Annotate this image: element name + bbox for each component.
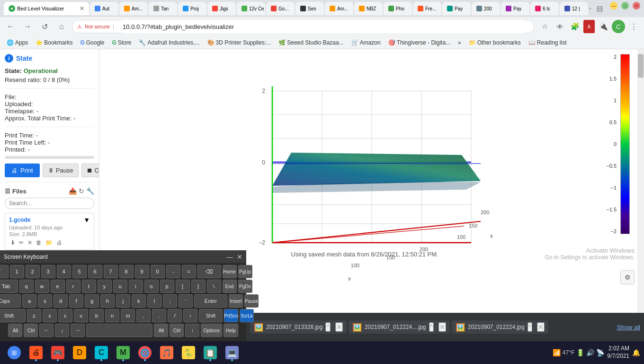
- network-icon[interactable]: 📶: [553, 349, 561, 356]
- maximize-button[interactable]: □: [621, 2, 629, 9]
- key-d[interactable]: d: [54, 294, 68, 308]
- chrome-tab-active[interactable]: ● Bed Level Visualizer ✕: [4, 2, 89, 15]
- key-q[interactable]: q: [19, 280, 34, 293]
- key-e[interactable]: e: [51, 280, 65, 293]
- key-r[interactable]: r: [66, 280, 80, 293]
- key-0[interactable]: 0: [151, 265, 165, 278]
- bookmark-reading-list[interactable]: 📖 Reading list: [526, 38, 570, 47]
- taskbar-app-8[interactable]: 🐍: [178, 343, 199, 362]
- key-left[interactable]: ←: [39, 324, 54, 337]
- forward-button[interactable]: →: [21, 20, 34, 33]
- key-minus[interactable]: -: [166, 265, 180, 278]
- bookmark-bookmarks[interactable]: ⭐ Bookmarks: [33, 38, 75, 47]
- key-semicolon[interactable]: ;: [163, 294, 177, 308]
- key-rctrl[interactable]: Ctrl: [170, 324, 184, 337]
- print-button[interactable]: 🖨 Print: [5, 164, 40, 177]
- keyboard-close-button[interactable]: ✕: [237, 253, 242, 261]
- key-v[interactable]: v: [74, 309, 88, 322]
- pause-button[interactable]: ⏸ Pause: [43, 164, 79, 177]
- key-lalt[interactable]: Alt: [8, 324, 22, 337]
- key-a[interactable]: a: [22, 294, 36, 308]
- key-2[interactable]: 2: [26, 265, 40, 278]
- key-down[interactable]: ↓: [55, 324, 69, 337]
- tab-13[interactable]: Pay: [442, 2, 471, 15]
- download-expand-button-2[interactable]: ^: [429, 322, 434, 332]
- extension-puzzle-button[interactable]: 🧩: [568, 20, 581, 33]
- bookmark-thingiverse[interactable]: 🎯 Thingiverse - Digita...: [385, 38, 453, 47]
- tab-4[interactable]: Proj: [178, 2, 206, 15]
- address-input[interactable]: [117, 20, 529, 33]
- wifi-icon[interactable]: 📡: [596, 349, 604, 356]
- key-o[interactable]: o: [144, 280, 159, 293]
- key-5[interactable]: 5: [72, 265, 87, 278]
- file1-download-button[interactable]: ⬇: [9, 239, 17, 246]
- key-help[interactable]: Help: [224, 324, 238, 337]
- key-lshift[interactable]: Shift: [0, 309, 26, 322]
- taskbar-app-10[interactable]: 💻: [222, 343, 242, 362]
- key-pause[interactable]: Pause: [244, 294, 259, 308]
- download-close-button-3[interactable]: ✕: [537, 322, 545, 332]
- search-input[interactable]: [5, 198, 94, 209]
- key-8[interactable]: 8: [119, 265, 134, 278]
- tab-10[interactable]: NBZ: [354, 2, 383, 15]
- bookmark-3dprinter[interactable]: 🎨 3D Printer Supplies:...: [205, 38, 274, 47]
- new-tab-button[interactable]: +: [589, 3, 591, 14]
- file1-trash-button[interactable]: 🗑: [35, 239, 43, 246]
- tab-9[interactable]: Am...: [325, 2, 353, 15]
- tab-17[interactable]: 12 |: [560, 2, 588, 15]
- key-slash[interactable]: /: [168, 309, 182, 322]
- key-space[interactable]: [86, 324, 152, 337]
- key-scrlk[interactable]: ScrLk: [240, 309, 254, 322]
- key-u[interactable]: u: [113, 280, 127, 293]
- key-x[interactable]: x: [43, 309, 57, 322]
- key-pgup[interactable]: PgUp: [238, 265, 252, 278]
- menu-button[interactable]: ⋮: [627, 20, 640, 33]
- file1-print-button[interactable]: 🖨: [55, 239, 63, 246]
- taskbar-start[interactable]: ⊞: [4, 343, 25, 362]
- key-n[interactable]: n: [105, 309, 119, 322]
- keyboard-minimize-button[interactable]: —: [226, 253, 233, 261]
- key-rshift[interactable]: Shift: [199, 309, 223, 322]
- tab-11[interactable]: Pho: [384, 2, 412, 15]
- key-t[interactable]: t: [82, 280, 96, 293]
- minimize-button[interactable]: —: [610, 2, 617, 9]
- key-lctrl[interactable]: Ctrl: [24, 324, 38, 337]
- taskbar-clock[interactable]: 2:02 AM 9/7/2021: [607, 345, 629, 360]
- taskbar-app-4[interactable]: C: [91, 343, 112, 362]
- key-z[interactable]: z: [27, 309, 41, 322]
- extension-2-button[interactable]: 🔌: [597, 20, 610, 33]
- bookmark-overflow[interactable]: »: [455, 38, 464, 47]
- bookmark-star-button[interactable]: ☆: [538, 20, 551, 33]
- close-tab-icon[interactable]: ✕: [80, 5, 84, 12]
- refresh-files-button[interactable]: ↻: [79, 187, 84, 195]
- key-backtick[interactable]: `: [0, 265, 9, 278]
- tab-5[interactable]: Jigs: [207, 2, 236, 15]
- key-i[interactable]: i: [129, 280, 143, 293]
- show-all-button[interactable]: Show all: [617, 324, 640, 331]
- settings-files-button[interactable]: 🔧: [86, 187, 94, 195]
- key-enter[interactable]: Enter: [194, 294, 227, 308]
- bookmark-google[interactable]: G Google: [77, 38, 107, 47]
- tab-12[interactable]: Fre...: [413, 2, 441, 15]
- key-home[interactable]: Home: [223, 265, 237, 278]
- key-comma[interactable]: ,: [136, 309, 151, 322]
- pdf-icon-button[interactable]: A: [583, 20, 595, 33]
- key-end[interactable]: End: [223, 280, 237, 293]
- taskbar-app-6[interactable]: 🌐: [134, 343, 155, 362]
- key-period[interactable]: .: [152, 309, 166, 322]
- key-f[interactable]: f: [69, 294, 83, 308]
- key-9[interactable]: 9: [135, 265, 149, 278]
- key-y[interactable]: y: [98, 280, 112, 293]
- upload-file-button[interactable]: 📤: [69, 187, 77, 195]
- bookmark-amazon[interactable]: 🛒 Amazon: [349, 38, 384, 47]
- bookmark-other[interactable]: 📁 Other bookmarks: [466, 38, 524, 47]
- file1-folder-button[interactable]: 📁: [44, 239, 54, 246]
- download-close-button-2[interactable]: ✕: [438, 322, 446, 332]
- bookmark-store[interactable]: G Store: [109, 38, 134, 47]
- key-tab[interactable]: Tab: [0, 280, 18, 293]
- bookmark-seeed[interactable]: 🌿 Seeed Studio Bazaa...: [276, 38, 346, 47]
- battery-icon[interactable]: 🔋: [576, 349, 584, 356]
- key-capslock[interactable]: Caps: [0, 294, 21, 308]
- download-expand-button-3[interactable]: ^: [528, 322, 533, 332]
- key-right[interactable]: →: [71, 324, 85, 337]
